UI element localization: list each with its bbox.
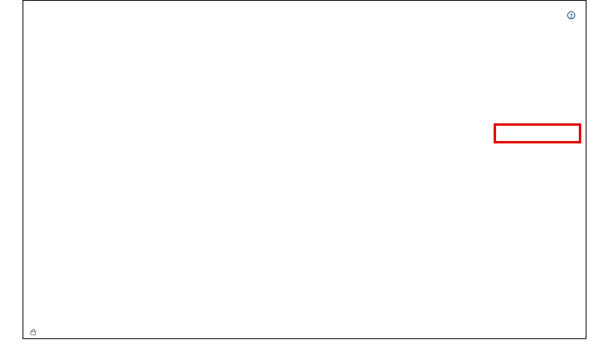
secure-area bbox=[31, 329, 38, 335]
help-link[interactable]: ? bbox=[567, 11, 578, 19]
help-icon: ? bbox=[567, 11, 575, 19]
lock-icon bbox=[31, 329, 36, 335]
highlight-delete-row-3 bbox=[494, 123, 581, 143]
